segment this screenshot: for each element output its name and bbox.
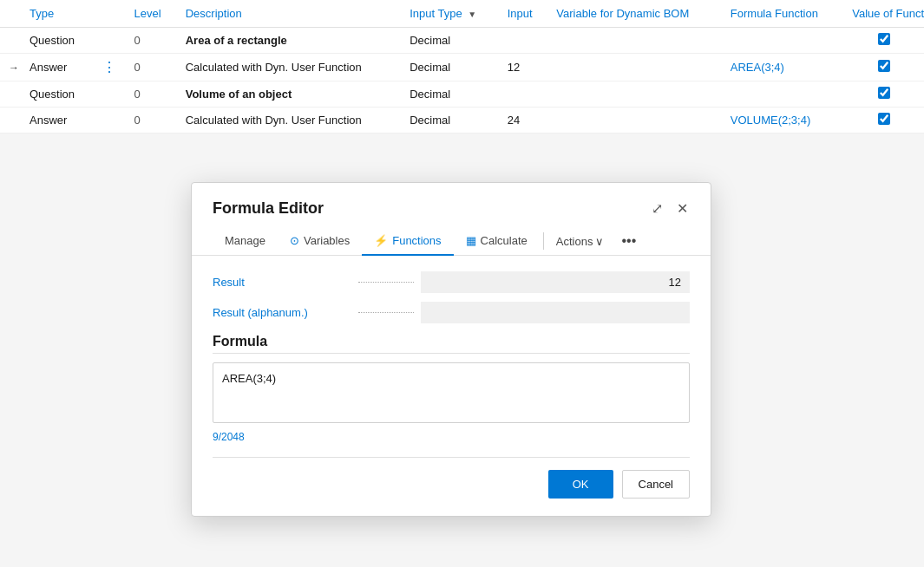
functions-icon: ⚡ <box>374 234 388 247</box>
row-arrow <box>0 28 21 54</box>
result-alphanum-value <box>421 302 690 323</box>
col-input-type-label: Input Type <box>410 7 462 20</box>
modal-divider <box>213 457 690 458</box>
cell-type: Question <box>21 28 94 54</box>
cell-description: Calculated with Dyn. User Function <box>177 54 402 81</box>
modal-content: Result 12 Result (alphanum.) Formula 9/2… <box>192 256 711 458</box>
table-row: Question0Area of a rectangleDecimal <box>0 28 924 54</box>
tab-calculate-label: Calculate <box>481 234 528 247</box>
result-alphanum-row: Result (alphanum.) <box>213 302 690 323</box>
cell-input: 12 <box>499 54 548 81</box>
modal-header: Formula Editor ⤢ ✕ <box>192 183 711 227</box>
modal-tabs: Manage ⊙ Variables ⚡ Functions ▦ Calcula… <box>192 227 711 256</box>
col-input: Input <box>499 0 548 28</box>
result-row: Result 12 <box>213 271 690 293</box>
col-type: Type <box>21 0 94 28</box>
value-default-checkbox[interactable] <box>878 33 890 45</box>
row-arrow: → <box>0 54 21 81</box>
cell-checkbox[interactable] <box>843 54 924 81</box>
result-dots <box>358 282 414 283</box>
actions-chevron-icon: ∨ <box>595 235 604 248</box>
col-formula-function: Formula Function <box>722 0 843 28</box>
table-row: Answer0Calculated with Dyn. User Functio… <box>0 108 924 134</box>
tab-functions-label: Functions <box>392 234 441 247</box>
cell-level: 0 <box>126 28 177 54</box>
cell-formula-function: VOLUME(2;3;4) <box>722 108 843 134</box>
actions-button[interactable]: Actions ∨ <box>551 228 610 255</box>
cell-description: Calculated with Dyn. User Function <box>177 108 402 134</box>
col-description: Description <box>177 0 402 28</box>
ok-button[interactable]: OK <box>548 470 613 499</box>
modal-title: Formula Editor <box>213 199 324 218</box>
expand-button[interactable]: ⤢ <box>650 199 665 218</box>
cell-description: Volume of an object <box>177 81 402 108</box>
cell-variable-for-bom <box>547 28 721 54</box>
cell-input-type: Decimal <box>401 28 498 54</box>
cell-input: 24 <box>499 108 548 134</box>
formula-divider <box>213 353 690 354</box>
row-dots <box>94 28 126 54</box>
cell-type: Answer <box>21 54 94 81</box>
cell-variable-for-bom <box>547 54 721 81</box>
cell-input <box>499 28 548 54</box>
col-value-of-function-is-default: Value of Function is Default <box>843 0 924 28</box>
cell-input-type: Decimal <box>401 81 498 108</box>
tab-variables[interactable]: ⊙ Variables <box>278 227 362 256</box>
actions-label: Actions <box>556 235 593 248</box>
cell-checkbox[interactable] <box>843 28 924 54</box>
variables-icon: ⊙ <box>290 234 299 247</box>
formula-editor-modal: Formula Editor ⤢ ✕ Manage ⊙ Variables ⚡ … <box>191 182 711 517</box>
cell-level: 0 <box>126 54 177 81</box>
tab-calculate[interactable]: ▦ Calculate <box>454 227 540 256</box>
col-input-type: Input Type ▼ <box>401 0 498 28</box>
table-row: →Answer⋮0Calculated with Dyn. User Funct… <box>0 54 924 81</box>
close-button[interactable]: ✕ <box>675 199 690 218</box>
cell-input-type: Decimal <box>401 108 498 134</box>
calculate-icon: ▦ <box>466 234 476 247</box>
formula-section: Formula 9/2048 <box>213 334 690 443</box>
cancel-button[interactable]: Cancel <box>622 470 690 499</box>
cell-level: 0 <box>126 81 177 108</box>
char-count: 9/2048 <box>213 431 690 443</box>
formula-label: Formula <box>213 334 690 349</box>
col-dots <box>94 0 126 28</box>
col-arrow <box>0 0 21 28</box>
col-level: Level <box>126 0 177 28</box>
data-table: Type Level Description Input Type ▼ Inpu… <box>0 0 924 134</box>
row-dots <box>94 81 126 108</box>
tab-separator <box>543 232 544 250</box>
cell-description: Area of a rectangle <box>177 28 402 54</box>
filter-icon[interactable]: ▼ <box>468 10 476 19</box>
cell-type: Question <box>21 81 94 108</box>
row-dots <box>94 108 126 134</box>
value-default-checkbox[interactable] <box>878 113 890 125</box>
value-default-checkbox[interactable] <box>878 87 890 99</box>
row-dots[interactable]: ⋮ <box>94 54 126 81</box>
table-container: Type Level Description Input Type ▼ Inpu… <box>0 0 924 134</box>
tab-actions: Actions ∨ ••• <box>551 228 641 255</box>
tab-manage[interactable]: Manage <box>213 227 278 256</box>
cell-input <box>499 81 548 108</box>
tab-functions[interactable]: ⚡ Functions <box>362 227 453 256</box>
cell-formula-function <box>722 28 843 54</box>
table-row: Question0Volume of an objectDecimal <box>0 81 924 108</box>
tab-manage-label: Manage <box>225 234 265 247</box>
result-value: 12 <box>421 271 690 293</box>
cell-checkbox[interactable] <box>843 81 924 108</box>
cell-formula-function: AREA(3;4) <box>722 54 843 81</box>
modal-footer: OK Cancel <box>192 470 711 499</box>
formula-input[interactable] <box>213 362 690 423</box>
result-alphanum-label: Result (alphanum.) <box>213 306 351 319</box>
row-arrow <box>0 81 21 108</box>
value-default-checkbox[interactable] <box>878 60 890 72</box>
cell-variable-for-bom <box>547 108 721 134</box>
result-label: Result <box>213 276 351 289</box>
cell-type: Answer <box>21 108 94 134</box>
col-variable-for-dynamic-bom: Variable for Dynamic BOM <box>547 0 721 28</box>
cell-checkbox[interactable] <box>843 108 924 134</box>
row-arrow <box>0 108 21 134</box>
more-button[interactable]: ••• <box>616 230 641 252</box>
cell-variable-for-bom <box>547 81 721 108</box>
cell-level: 0 <box>126 108 177 134</box>
modal-header-actions: ⤢ ✕ <box>650 199 690 218</box>
